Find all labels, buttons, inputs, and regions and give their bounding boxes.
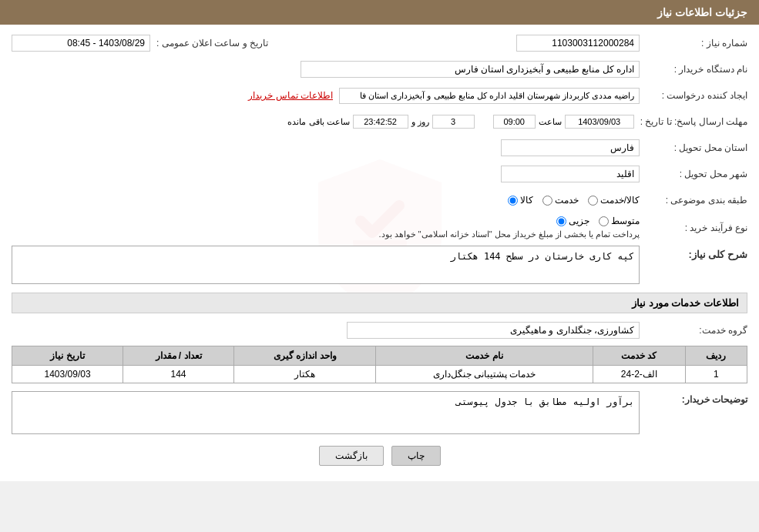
col-need-date: تاریخ نیاز <box>12 346 123 366</box>
category-goods-service-label: کالا/خدمت <box>600 195 640 206</box>
countdown-days: 3 <box>432 115 475 129</box>
category-label: طبقه بندی موضوعی : <box>640 195 747 206</box>
cell-need-date: 1403/09/03 <box>12 366 123 383</box>
services-section-title: اطلاعات خدمات مورد نیاز <box>12 293 747 313</box>
province-value: فارس <box>501 139 640 156</box>
buyer-org-label: نام دستگاه خریدار : <box>640 64 747 75</box>
need-number-value: 1103003112000284 <box>516 35 640 52</box>
hours-label: ساعت باقی مانده <box>287 117 349 127</box>
main-form: شماره نیاز : 1103003112000284 تاریخ و سا… <box>12 32 747 466</box>
row-buyer-org: نام دستگاه خریدار : اداره کل منابع طبیعی… <box>12 59 747 80</box>
service-group-label: گروه خدمت: <box>640 325 747 336</box>
col-unit: واحد اندازه گیری <box>233 346 375 366</box>
services-table-head: ردیف کد خدمت نام خدمت واحد اندازه گیری ت… <box>12 346 747 366</box>
countdown-row: 1403/09/03 ساعت 09:00 3 روز و 23:42:52 س… <box>287 115 633 129</box>
header-bar: جزئیات اطلاعات نیاز <box>0 0 759 25</box>
row-requester: ایجاد کننده درخواست : راضیه مددی کاربردا… <box>12 85 747 106</box>
need-desc-label: شرح کلی نیاز: <box>640 246 747 260</box>
countdown-time: 23:42:52 <box>353 115 408 129</box>
category-goods-radio[interactable] <box>508 196 518 206</box>
category-radio-group: کالا/خدمت خدمت کالا <box>508 195 640 206</box>
deadline-time: 09:00 <box>493 115 536 129</box>
announcement-label: تاریخ و ساعت اعلان عمومی : <box>150 38 274 49</box>
requester-label: ایجاد کننده درخواست : <box>640 90 747 101</box>
print-button[interactable]: چاپ <box>391 446 441 466</box>
purchase-medium-radio[interactable] <box>599 216 609 226</box>
table-row: 1 الف-2-24 خدمات پشتیبانی جنگل‌داری هکتا… <box>12 366 747 383</box>
table-header-row: ردیف کد خدمت نام خدمت واحد اندازه گیری ت… <box>12 346 747 366</box>
row-category: طبقه بندی موضوعی : کالا/خدمت خدمت کالا <box>12 189 747 211</box>
cell-service-name: خدمات پشتیبانی جنگل‌داری <box>376 366 593 383</box>
cell-quantity: 144 <box>123 366 234 383</box>
city-label: شهر محل تحویل : <box>640 169 747 179</box>
cell-unit: هکتار <box>233 366 375 383</box>
services-table-body: 1 الف-2-24 خدمات پشتیبانی جنگل‌داری هکتا… <box>12 366 747 383</box>
col-row-num: ردیف <box>685 346 747 366</box>
purchase-type-container: متوسط جزیی پرداخت تمام یا بخشی از مبلغ خ… <box>378 216 640 239</box>
cell-service-code: الف-2-24 <box>593 366 685 383</box>
requester-link[interactable]: اطلاعات تماس خریدار <box>248 90 333 101</box>
deadline-date: 1403/09/03 <box>565 115 634 129</box>
need-number-label: شماره نیاز : <box>640 38 747 49</box>
buyer-desc-label: توضیحات خریدار: <box>640 391 747 405</box>
cell-row-num: 1 <box>685 366 747 383</box>
announcement-date: 1403/08/29 - 08:45 <box>12 35 150 52</box>
content-area: شماره نیاز : 1103003112000284 تاریخ و سا… <box>0 25 759 481</box>
row-city: شهر محل تحویل : اقلید <box>12 163 747 185</box>
province-label: استان محل تحویل : <box>640 142 747 153</box>
category-service-radio[interactable] <box>542 196 552 206</box>
row-need-number: شماره نیاز : 1103003112000284 تاریخ و سا… <box>12 32 747 54</box>
category-goods-service-radio[interactable] <box>588 196 598 206</box>
row-province: استان محل تحویل : فارس <box>12 137 747 159</box>
purchase-medium-item: متوسط <box>599 216 640 226</box>
row-deadline: مهلت ارسال پاسخ: تا تاریخ : 1403/09/03 س… <box>12 111 747 132</box>
deadline-label: مهلت ارسال پاسخ: تا تاریخ : <box>634 116 747 127</box>
purchase-type-label: نوع فرآیند خرید : <box>640 223 747 233</box>
row-need-desc: شرح کلی نیاز: كپه کاری خارستان در سطح 14… <box>12 246 747 286</box>
time-label: ساعت <box>539 117 562 127</box>
city-value: اقلید <box>501 166 640 182</box>
col-quantity: تعداد / مقدار <box>123 346 234 366</box>
need-desc-textarea[interactable]: كپه کاری خارستان در سطح 144 هکتار <box>12 246 640 284</box>
category-service-label: خدمت <box>555 195 579 206</box>
category-goods-item: کالا <box>508 195 533 206</box>
service-group-value: کشاورزی، جنگلداری و ماهیگیری <box>347 322 640 339</box>
buyer-desc-textarea[interactable]: برآور اولیه مطابق با جدول پیوستی <box>12 391 640 434</box>
requester-container: راضیه مددی کاربرداز شهرستان اقلید اداره … <box>248 88 640 104</box>
row-buyer-desc: توضیحات خریدار: برآور اولیه مطابق با جدو… <box>12 391 747 437</box>
category-goods-service: کالا/خدمت <box>588 195 640 206</box>
purchase-type-radio-group: متوسط جزیی <box>378 216 640 226</box>
category-service-item: خدمت <box>542 195 579 206</box>
requester-value: راضیه مددی کاربرداز شهرستان اقلید اداره … <box>339 88 640 104</box>
services-table: ردیف کد خدمت نام خدمت واحد اندازه گیری ت… <box>12 346 747 383</box>
back-button[interactable]: بازگشت <box>319 446 384 466</box>
purchase-partial-label: جزیی <box>569 216 589 226</box>
buyer-org-value: اداره کل منابع طبیعی و آبخیزداری استان ف… <box>301 61 640 78</box>
purchase-medium-label: متوسط <box>611 216 640 226</box>
purchase-note: پرداخت تمام یا بخشی از مبلغ خریداز محل "… <box>378 229 640 239</box>
col-service-code: کد خدمت <box>593 346 685 366</box>
button-row: چاپ بازگشت <box>12 446 747 466</box>
page-wrapper: جزئیات اطلاعات نیاز شماره نیاز : 1103003… <box>0 0 759 481</box>
page-title: جزئیات اطلاعات نیاز <box>657 6 747 18</box>
purchase-partial-radio[interactable] <box>556 216 566 226</box>
row-purchase-type: نوع فرآیند خرید : متوسط جزیی پرداخت تمام… <box>12 216 747 239</box>
purchase-partial-item: جزیی <box>556 216 589 226</box>
row-service-group: گروه خدمت: کشاورزی، جنگلداری و ماهیگیری <box>12 320 747 341</box>
buyer-desc-wrapper: برآور اولیه مطابق با جدول پیوستی <box>12 391 640 437</box>
category-goods-label: کالا <box>520 195 533 206</box>
days-label: روز و <box>411 117 429 127</box>
need-desc-wrapper: كپه کاری خارستان در سطح 144 هکتار <box>12 246 640 286</box>
col-service-name: نام خدمت <box>376 346 593 366</box>
